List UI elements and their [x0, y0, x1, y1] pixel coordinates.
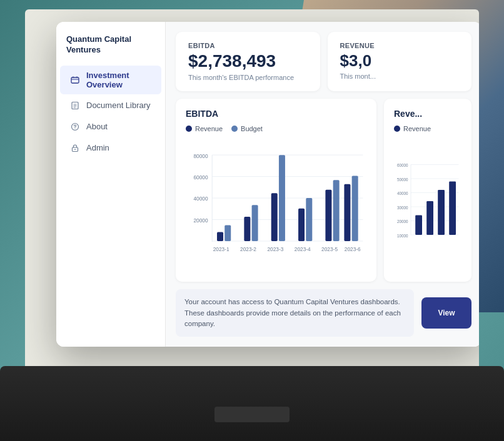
- legend-revenue2: Revenue: [394, 125, 431, 132]
- cta-button[interactable]: View: [421, 297, 471, 329]
- chart-area: 80000 60000 40000 20000: [186, 139, 366, 272]
- svg-rect-50: [449, 181, 456, 235]
- app-window: Quantum Capital Ventures Investment Over…: [56, 22, 479, 347]
- ebitda-card: EBITDA $2,738,493 This month's EBITDA pe…: [176, 32, 320, 91]
- legend-revenue2-label: Revenue: [403, 125, 431, 132]
- revenue-value: $3,0: [340, 52, 460, 70]
- ebitda-label: EBITDA: [188, 42, 308, 49]
- svg-text:2023-6: 2023-6: [345, 245, 361, 252]
- top-cards: EBITDA $2,738,493 This month's EBITDA pe…: [166, 22, 479, 91]
- svg-text:2023-5: 2023-5: [321, 245, 338, 252]
- svg-text:60000: 60000: [397, 163, 408, 167]
- legend-revenue-label: Revenue: [195, 125, 223, 132]
- sidebar-item-document-library[interactable]: Document Library: [60, 96, 161, 116]
- revenue-chart-title: Reve...: [394, 109, 461, 119]
- laptop-trackpad[interactable]: [214, 407, 290, 422]
- svg-rect-48: [426, 201, 433, 235]
- svg-rect-21: [279, 155, 285, 241]
- svg-rect-19: [252, 205, 258, 241]
- ebitda-value: $2,738,493: [188, 52, 308, 71]
- ebitda-chart-legend: Revenue Budget: [186, 125, 366, 132]
- svg-rect-47: [415, 215, 422, 235]
- svg-text:2023-1: 2023-1: [213, 245, 229, 252]
- sidebar-item-about[interactable]: About: [60, 117, 161, 137]
- svg-text:30000: 30000: [397, 205, 408, 209]
- revenue-label: Revenue: [340, 42, 460, 49]
- help-icon: [70, 122, 80, 132]
- sidebar-item-investment-overview[interactable]: Investment Overview: [60, 66, 161, 94]
- svg-text:2023-3: 2023-3: [267, 245, 283, 252]
- svg-rect-20: [271, 193, 278, 241]
- legend-revenue: Revenue: [186, 125, 223, 132]
- sidebar-item-admin[interactable]: Admin: [60, 138, 161, 158]
- laptop-screen: Quantum Capital Ventures Investment Over…: [25, 9, 479, 372]
- sidebar-title: Quantum Capital Ventures: [56, 34, 165, 66]
- svg-text:40000: 40000: [193, 196, 208, 202]
- svg-text:40000: 40000: [397, 191, 408, 196]
- svg-rect-26: [344, 184, 350, 241]
- chart-icon: [70, 75, 80, 85]
- ebitda-chart-title: EBITDA: [186, 109, 366, 119]
- sidebar-item-label: Investment Overview: [86, 71, 151, 89]
- svg-rect-49: [438, 190, 445, 235]
- svg-rect-18: [244, 217, 250, 241]
- sidebar-item-label: About: [86, 122, 108, 131]
- sidebar-item-label: Document Library: [86, 101, 151, 110]
- sidebar-nav: Investment Overview Document Library: [56, 66, 165, 158]
- revenue-chart-area: 60000 50000 40000 30000 20000 10000: [394, 139, 461, 272]
- ebitda-sub: This month's EBITDA performance: [188, 74, 308, 81]
- svg-text:60000: 60000: [193, 174, 208, 181]
- svg-rect-24: [325, 190, 331, 241]
- svg-rect-16: [217, 232, 223, 240]
- legend-revenue2-dot: [394, 126, 400, 132]
- legend-revenue-dot: [186, 126, 192, 132]
- legend-budget-dot: [231, 126, 238, 132]
- sidebar: Quantum Capital Ventures Investment Over…: [56, 22, 166, 347]
- revenue-card: Revenue $3,0 This mont...: [328, 32, 472, 91]
- ebitda-chart-card: EBITDA Revenue Budget: [176, 99, 376, 282]
- charts-row: EBITDA Revenue Budget: [166, 91, 479, 289]
- revenue-sub: This mont...: [340, 72, 460, 80]
- lock-icon: [70, 143, 80, 153]
- svg-rect-25: [333, 180, 340, 241]
- bottom-row: Your account has access to Quantum Capit…: [166, 289, 479, 347]
- content-scroll: EBITDA $2,738,493 This month's EBITDA pe…: [166, 22, 479, 347]
- revenue-bar-chart: 60000 50000 40000 30000 20000 10000: [394, 139, 461, 272]
- legend-budget: Budget: [231, 125, 263, 132]
- svg-point-5: [74, 149, 76, 150]
- laptop-bezel: [0, 366, 504, 441]
- legend-budget-label: Budget: [241, 125, 263, 132]
- revenue-chart-card: Reve... Revenue: [384, 99, 471, 282]
- ebitda-bar-chart: 80000 60000 40000 20000: [186, 139, 366, 272]
- svg-text:10000: 10000: [397, 233, 408, 237]
- svg-text:20000: 20000: [193, 217, 208, 224]
- main-content: EBITDA $2,738,493 This month's EBITDA pe…: [166, 22, 479, 347]
- svg-rect-0: [71, 77, 79, 83]
- revenue-chart-legend: Revenue: [394, 125, 461, 132]
- svg-rect-17: [224, 225, 231, 241]
- svg-rect-22: [298, 209, 305, 241]
- svg-point-3: [74, 128, 75, 129]
- svg-rect-23: [306, 198, 312, 241]
- info-text: Your account has access to Quantum Capit…: [176, 289, 414, 337]
- book-icon: [70, 101, 80, 111]
- svg-text:80000: 80000: [193, 152, 208, 159]
- svg-text:50000: 50000: [397, 177, 408, 181]
- svg-text:2023-4: 2023-4: [295, 245, 311, 252]
- svg-text:20000: 20000: [397, 219, 408, 224]
- svg-rect-27: [352, 176, 358, 240]
- sidebar-item-label: Admin: [86, 143, 109, 152]
- svg-text:2023-2: 2023-2: [240, 245, 256, 252]
